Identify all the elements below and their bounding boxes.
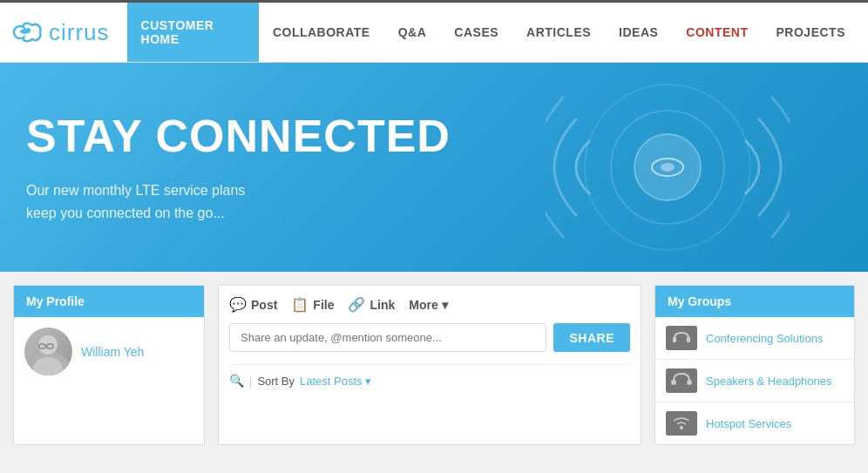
sort-by-label: Sort By xyxy=(257,375,295,388)
hero-title: STAY CONNECTED xyxy=(26,110,615,162)
svg-rect-18 xyxy=(666,411,697,436)
group-icon-speakers xyxy=(666,368,697,393)
sort-chevron-icon: ▾ xyxy=(365,375,371,388)
chevron-down-icon: ▾ xyxy=(442,298,448,312)
share-input[interactable] xyxy=(229,323,546,352)
avatar xyxy=(24,328,72,375)
list-item[interactable]: Speakers & Headphones xyxy=(655,360,854,402)
file-action[interactable]: 📋 File xyxy=(291,296,334,313)
groups-list: Conferencing Solutions Speakers & Headph… xyxy=(655,317,854,444)
feed-toolbar: 💬 Post 📋 File 🔗 Link More ▾ xyxy=(229,296,630,313)
svg-rect-13 xyxy=(673,337,676,342)
groups-panel: My Groups Conferencing Solutions xyxy=(654,285,855,445)
logo-icon xyxy=(9,22,42,43)
group-icon-hotspot xyxy=(666,411,697,436)
group-name-speakers: Speakers & Headphones xyxy=(706,375,832,388)
groups-panel-header: My Groups xyxy=(655,286,854,317)
more-label: More xyxy=(409,298,437,312)
link-label: Link xyxy=(370,298,395,312)
link-icon: 🔗 xyxy=(348,296,365,313)
nav-item-ideas[interactable]: IDEAS xyxy=(605,3,672,62)
nav-item-content[interactable]: CONTENT xyxy=(672,3,762,62)
sort-row: 🔍 | Sort By Latest Posts ▾ xyxy=(229,364,630,388)
group-name-conferencing: Conferencing Solutions xyxy=(706,332,823,345)
svg-point-2 xyxy=(661,163,675,172)
hero-text: STAY CONNECTED Our new monthly LTE servi… xyxy=(26,110,615,224)
share-row: SHARE xyxy=(229,323,630,352)
hero-subtitle-line2: keep you connected on the go... xyxy=(26,206,225,220)
group-name-hotspot: Hotspot Services xyxy=(706,417,791,430)
list-item[interactable]: Hotspot Services xyxy=(655,402,854,444)
more-button[interactable]: More ▾ xyxy=(409,298,447,312)
profile-body: William Yeh xyxy=(14,317,204,386)
sort-value-text: Latest Posts xyxy=(300,375,363,388)
svg-point-19 xyxy=(680,426,683,429)
nav-item-customer-home[interactable]: CUSTOMER HOME xyxy=(127,3,259,62)
list-item[interactable]: Conferencing Solutions xyxy=(655,317,854,360)
profile-name[interactable]: William Yeh xyxy=(81,345,144,359)
search-icon: 🔍 xyxy=(229,374,244,388)
main-nav: CUSTOMER HOME COLLABORATE Q&A CASES ARTI… xyxy=(127,3,859,62)
group-icon-conferencing xyxy=(666,326,697,350)
post-icon: 💬 xyxy=(229,296,247,313)
profile-panel-header: My Profile xyxy=(14,286,204,317)
nav-item-articles[interactable]: ARTICLES xyxy=(512,3,605,62)
file-label: File xyxy=(313,298,334,312)
svg-rect-15 xyxy=(666,368,697,393)
file-icon: 📋 xyxy=(291,296,309,313)
content-area: My Profile William Yeh xyxy=(0,272,868,458)
share-button[interactable]: SHARE xyxy=(553,323,630,352)
post-label: Post xyxy=(251,298,277,312)
svg-point-16 xyxy=(671,380,676,385)
nav-item-qa[interactable]: Q&A xyxy=(384,3,441,62)
svg-rect-14 xyxy=(687,337,690,342)
link-action[interactable]: 🔗 Link xyxy=(348,296,395,313)
hero-banner: STAY CONNECTED Our new monthly LTE servi… xyxy=(0,63,868,272)
nav-item-cases[interactable]: CASES xyxy=(440,3,512,62)
svg-rect-12 xyxy=(666,326,697,350)
logo-text: cirrus xyxy=(49,19,110,46)
profile-panel: My Profile William Yeh xyxy=(13,285,205,445)
sort-value-dropdown[interactable]: Latest Posts ▾ xyxy=(300,375,371,388)
sort-separator: | xyxy=(249,375,252,388)
avatar-svg xyxy=(24,328,72,375)
nav-item-collaborate[interactable]: COLLABORATE xyxy=(259,3,384,62)
nav-item-projects[interactable]: PROJECTS xyxy=(763,3,859,62)
header: cirrus CUSTOMER HOME COLLABORATE Q&A CAS… xyxy=(0,0,868,63)
logo[interactable]: cirrus xyxy=(9,19,110,46)
hero-subtitle: Our new monthly LTE service plans keep y… xyxy=(26,179,615,224)
hero-subtitle-line1: Our new monthly LTE service plans xyxy=(26,183,245,198)
svg-point-17 xyxy=(687,380,692,385)
post-action[interactable]: 💬 Post xyxy=(229,296,277,313)
feed-panel: 💬 Post 📋 File 🔗 Link More ▾ SHARE 🔍 | So xyxy=(218,285,641,445)
